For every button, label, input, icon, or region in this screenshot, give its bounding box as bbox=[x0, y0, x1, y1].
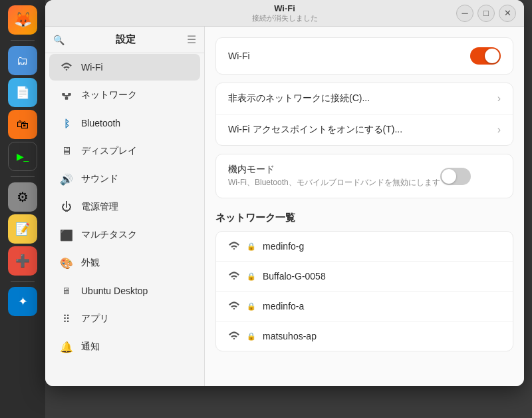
airplane-mode-row[interactable]: 機内モード Wi-Fi、Bluetooth、モバイルブロードバンドを無効にします bbox=[216, 154, 513, 198]
hotspot-arrow: › bbox=[497, 124, 501, 136]
sidebar-item-network[interactable]: ネットワーク bbox=[49, 82, 200, 108]
taskbar-separator-1 bbox=[11, 40, 35, 41]
window-content: 🔍 設定 ☰ Wi-Fi bbox=[45, 27, 524, 386]
titlebar-title: Wi-Fi 接続が消失しました bbox=[252, 3, 318, 23]
sidebar-label-display: ディスプレイ bbox=[81, 145, 137, 157]
network-item-0[interactable]: 🔒 medinfo-g bbox=[216, 232, 513, 262]
sidebar-item-power[interactable]: ⏻ 電源管理 bbox=[49, 194, 200, 220]
minimize-button[interactable]: ─ bbox=[456, 5, 473, 22]
close-button[interactable]: ✕ bbox=[499, 5, 516, 22]
sidebar-label-power: 電源管理 bbox=[81, 201, 118, 213]
taskbar-settings[interactable]: ⚙ bbox=[8, 182, 37, 212]
window-subtitle: 接続が消失しました bbox=[252, 13, 318, 23]
hidden-network-label: 非表示のネットワークに接続(C)... bbox=[228, 93, 497, 104]
wifi-signal-icon-3 bbox=[228, 330, 240, 342]
display-icon: 🖥 bbox=[60, 144, 73, 158]
airplane-mode-toggle-knob bbox=[442, 169, 456, 184]
hotspot-row[interactable]: Wi-Fi アクセスポイントをオンにする(T)... › bbox=[216, 114, 513, 145]
taskbar-separator-2 bbox=[11, 176, 35, 177]
sidebar-label-apps: アプリ bbox=[81, 313, 109, 325]
sidebar-title: 設定 bbox=[70, 33, 182, 46]
window-title: Wi-Fi bbox=[252, 3, 318, 13]
hotspot-label: Wi-Fi アクセスポイントをオンにする(T)... bbox=[228, 124, 497, 136]
networks-section-header: ネットワーク一覧 bbox=[215, 206, 513, 231]
sidebar-item-multitask[interactable]: ⬛ マルチタスク bbox=[49, 222, 200, 248]
sidebar-label-bluetooth: Bluetooth bbox=[81, 118, 120, 128]
multitask-icon: ⬛ bbox=[60, 228, 73, 242]
power-icon: ⏻ bbox=[60, 200, 73, 214]
sidebar-label-multitask: マルチタスク bbox=[81, 229, 137, 241]
lock-icon-1: 🔒 bbox=[247, 272, 256, 281]
titlebar: Wi-Fi 接続が消失しました ─ □ ✕ bbox=[45, 0, 524, 27]
airplane-mode-card: 機内モード Wi-Fi、Bluetooth、モバイルブロードバンドを無効にします bbox=[215, 154, 513, 198]
hidden-network-arrow: › bbox=[497, 93, 501, 104]
apps-icon: ⠿ bbox=[60, 312, 73, 325]
network-name-1: Buffalo-G-0058 bbox=[263, 271, 326, 282]
taskbar-vscode[interactable]: ✦ bbox=[8, 287, 37, 316]
network-item-1[interactable]: 🔒 Buffalo-G-0058 bbox=[216, 262, 513, 292]
taskbar-store[interactable]: 🛍 bbox=[8, 110, 37, 139]
airplane-mode-label: 機内モード bbox=[228, 164, 440, 176]
wifi-signal-icon-2 bbox=[228, 300, 240, 312]
sidebar-item-wifi[interactable]: Wi-Fi bbox=[49, 54, 200, 81]
sidebar-label-network: ネットワーク bbox=[81, 89, 137, 101]
wifi-toggle-card: Wi-Fi bbox=[215, 37, 513, 75]
sidebar-item-sound[interactable]: 🔊 サウンド bbox=[49, 166, 200, 192]
sidebar-label-appearance: 外観 bbox=[81, 257, 100, 269]
lock-icon-2: 🔒 bbox=[247, 302, 256, 311]
sidebar-label-ubuntu: Ubuntu Desktop bbox=[81, 286, 148, 296]
airplane-mode-toggle[interactable] bbox=[440, 168, 471, 185]
taskbar-terminal[interactable]: ▶_ bbox=[8, 142, 37, 171]
wifi-toggle-label: Wi-Fi bbox=[228, 51, 470, 61]
sidebar-item-apps[interactable]: ⠿ アプリ bbox=[49, 306, 200, 332]
taskbar-separator-3 bbox=[11, 281, 35, 282]
sidebar-item-bluetooth[interactable]: ᛒ Bluetooth bbox=[49, 110, 200, 136]
taskbar-writer[interactable]: 📄 bbox=[8, 78, 37, 107]
settings-window: Wi-Fi 接続が消失しました ─ □ ✕ 🔍 設定 ☰ bbox=[45, 0, 524, 386]
ubuntu-icon: 🖥 bbox=[60, 284, 73, 298]
airplane-mode-text: 機内モード Wi-Fi、Bluetooth、モバイルブロードバンドを無効にします bbox=[228, 164, 440, 188]
network-name-0: medinfo-g bbox=[263, 241, 304, 252]
sidebar-item-ubuntu[interactable]: 🖥 Ubuntu Desktop bbox=[49, 278, 200, 304]
sidebar-label-sound: サウンド bbox=[81, 173, 118, 185]
notify-icon: 🔔 bbox=[60, 340, 73, 353]
sidebar-label-notify: 通知 bbox=[81, 341, 100, 353]
wifi-options-card: 非表示のネットワークに接続(C)... › Wi-Fi アクセスポイントをオンに… bbox=[215, 83, 513, 146]
hidden-network-row[interactable]: 非表示のネットワークに接続(C)... › bbox=[216, 83, 513, 114]
network-name-3: matsuhos-ap bbox=[263, 331, 317, 341]
menu-icon[interactable]: ☰ bbox=[187, 33, 196, 46]
taskbar: 🦊 🗂 📄 🛍 ▶_ ⚙ 📝 ➕ ✦ bbox=[0, 0, 45, 418]
bluetooth-icon: ᛒ bbox=[60, 116, 73, 130]
sidebar-item-notify[interactable]: 🔔 通知 bbox=[49, 333, 200, 360]
taskbar-calc[interactable]: ➕ bbox=[8, 246, 37, 276]
sound-icon: 🔊 bbox=[60, 172, 73, 186]
sidebar-item-display[interactable]: 🖥 ディスプレイ bbox=[49, 138, 200, 164]
wifi-toggle-knob bbox=[485, 49, 499, 63]
lock-icon-3: 🔒 bbox=[247, 332, 256, 341]
airplane-mode-sublabel: Wi-Fi、Bluetooth、モバイルブロードバンドを無効にします bbox=[228, 177, 440, 188]
wifi-toggle-row[interactable]: Wi-Fi bbox=[216, 38, 513, 74]
wifi-signal-icon-0 bbox=[228, 240, 240, 252]
wifi-signal-icon-1 bbox=[228, 270, 240, 282]
sidebar: 🔍 設定 ☰ Wi-Fi bbox=[45, 27, 205, 386]
svg-rect-0 bbox=[65, 97, 68, 100]
search-icon[interactable]: 🔍 bbox=[53, 35, 65, 45]
network-item-2[interactable]: 🔒 medinfo-a bbox=[216, 292, 513, 321]
taskbar-firefox[interactable]: 🦊 bbox=[8, 5, 37, 35]
network-item-3[interactable]: 🔒 matsuhos-ap bbox=[216, 321, 513, 351]
wifi-toggle[interactable] bbox=[470, 47, 501, 65]
networks-list-card: 🔒 medinfo-g 🔒 Buffalo-G-0058 bbox=[215, 231, 513, 351]
main-panel: Wi-Fi 非表示のネットワークに接続(C)... › Wi-Fi アクセスポイ… bbox=[205, 27, 524, 386]
sidebar-label-wifi: Wi-Fi bbox=[81, 62, 103, 73]
window-controls: ─ □ ✕ bbox=[456, 5, 516, 22]
taskbar-notes[interactable]: 📝 bbox=[8, 214, 37, 244]
sidebar-search-bar: 🔍 設定 ☰ bbox=[45, 27, 204, 53]
maximize-button[interactable]: □ bbox=[477, 5, 495, 22]
appearance-icon: 🎨 bbox=[60, 256, 73, 270]
lock-icon-0: 🔒 bbox=[247, 242, 256, 251]
network-icon bbox=[60, 89, 73, 102]
taskbar-files[interactable]: 🗂 bbox=[8, 46, 37, 75]
sidebar-item-appearance[interactable]: 🎨 外観 bbox=[49, 250, 200, 276]
wifi-icon bbox=[60, 61, 73, 74]
network-name-2: medinfo-a bbox=[263, 301, 304, 312]
